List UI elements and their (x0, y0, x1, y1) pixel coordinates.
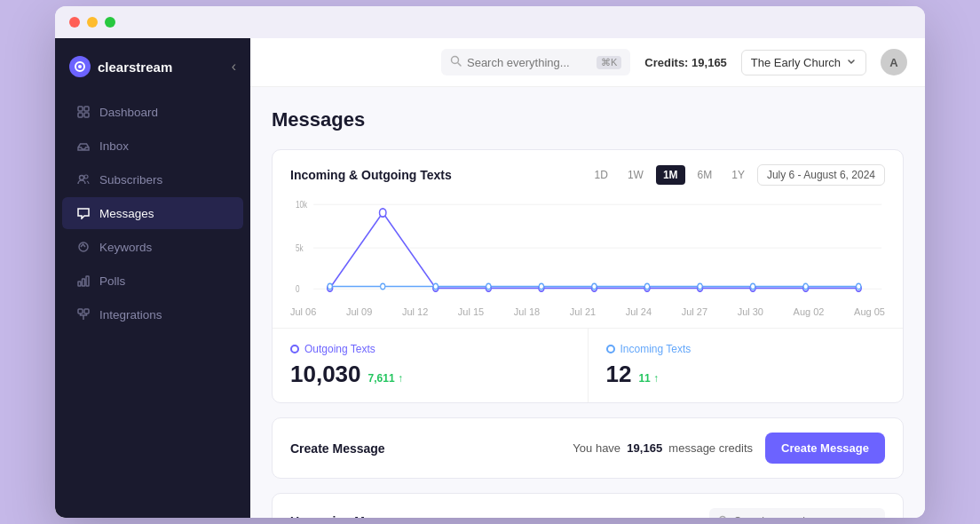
sidebar-item-keywords[interactable]: Keywords (62, 231, 243, 263)
outgoing-dot (290, 345, 299, 353)
svg-point-37 (592, 283, 597, 289)
main-area: ⌘K Credits: 19,165 The Early Church A (250, 38, 925, 518)
svg-rect-3 (84, 107, 89, 111)
chart-area: 10k 5k 0 (273, 196, 903, 328)
outgoing-change: 7,611 ↑ (368, 372, 403, 385)
x-label-jul18: Jul 18 (514, 306, 540, 317)
app-container: clearstream ‹ Dashboard (55, 38, 925, 518)
logo: clearstream (69, 56, 172, 77)
svg-rect-4 (78, 113, 83, 117)
svg-point-40 (751, 283, 755, 289)
chart-x-labels: Jul 06 Jul 09 Jul 12 Jul 15 Jul 18 Jul 2… (290, 306, 885, 317)
dashboard-label: Dashboard (99, 106, 158, 119)
incoming-value: 12 11 ↑ (606, 361, 886, 388)
time-btn-1w[interactable]: 1W (620, 165, 651, 185)
page-title: Messages (272, 108, 904, 131)
global-search-box[interactable]: ⌘K (441, 49, 630, 75)
x-label-jul06: Jul 06 (290, 306, 316, 317)
time-btn-1m[interactable]: 1M (656, 165, 685, 185)
sidebar-header: clearstream ‹ (55, 38, 250, 95)
svg-rect-9 (78, 282, 81, 286)
sidebar: clearstream ‹ Dashboard (55, 38, 250, 518)
maximize-button[interactable] (105, 17, 115, 28)
keywords-label: Keywords (99, 241, 152, 254)
time-btn-6m[interactable]: 6M (691, 165, 720, 185)
svg-text:10k: 10k (296, 200, 308, 210)
keywords-icon (76, 240, 91, 254)
svg-point-43 (720, 517, 726, 519)
sidebar-item-messages[interactable]: Messages (62, 197, 243, 229)
x-label-jul24: Jul 24 (626, 306, 652, 317)
create-message-right: You have 19,165 message credits Create M… (573, 433, 885, 464)
titlebar (55, 6, 925, 38)
svg-point-14 (451, 57, 458, 64)
integrations-label: Integrations (99, 308, 162, 322)
avatar[interactable]: A (881, 49, 907, 75)
svg-point-42 (857, 283, 861, 289)
search-input[interactable] (467, 56, 591, 69)
outgoing-stat: Outgoing Texts 10,030 7,611 ↑ (273, 329, 589, 402)
minimize-button[interactable] (87, 17, 98, 28)
upcoming-header: Upcoming Messages (273, 494, 903, 518)
subscribers-icon (76, 172, 91, 187)
chart-svg: 10k 5k 0 (290, 196, 885, 303)
inbox-label: Inbox (99, 139, 129, 153)
time-btn-1y[interactable]: 1Y (724, 165, 752, 185)
svg-text:5k: 5k (296, 243, 304, 253)
close-button[interactable] (69, 17, 80, 28)
svg-point-1 (78, 65, 82, 68)
inbox-icon (76, 139, 91, 153)
time-btn-1d[interactable]: 1D (588, 165, 615, 185)
chevron-down-icon (846, 56, 857, 69)
sidebar-collapse-button[interactable]: ‹ (232, 59, 236, 75)
svg-point-39 (698, 283, 702, 289)
svg-point-34 (433, 283, 438, 289)
svg-rect-2 (78, 107, 83, 111)
x-label-jul15: Jul 15 (458, 306, 484, 317)
svg-point-7 (84, 175, 88, 179)
time-controls: 1D 1W 1M 6M 1Y July 6 - August 6, 2024 (588, 164, 885, 186)
upcoming-search-input[interactable] (734, 515, 876, 518)
svg-point-36 (539, 283, 543, 289)
create-message-card: Create Message You have 19,165 message c… (272, 417, 904, 479)
svg-rect-13 (84, 309, 89, 314)
upcoming-search-box[interactable] (709, 508, 885, 518)
svg-point-6 (80, 176, 84, 180)
svg-rect-5 (84, 113, 89, 117)
logo-icon (69, 56, 91, 77)
x-label-jul12: Jul 12 (402, 306, 428, 317)
sidebar-item-polls[interactable]: Polls (62, 265, 243, 297)
upcoming-card: Upcoming Messages Sched (272, 493, 904, 518)
incoming-dot (606, 345, 615, 353)
x-label-jul21: Jul 21 (570, 306, 596, 317)
date-range: July 6 - August 6, 2024 (757, 164, 885, 186)
incoming-label: Incoming Texts (606, 343, 886, 355)
create-message-button[interactable]: Create Message (765, 433, 885, 464)
x-label-jul30: Jul 30 (738, 306, 763, 317)
sidebar-item-subscribers[interactable]: Subscribers (62, 163, 243, 195)
content-area: Messages Incoming & Outgoing Texts 1D 1W… (250, 87, 925, 518)
messages-icon (76, 206, 91, 220)
org-name: The Early Church (751, 56, 841, 69)
search-icon (450, 54, 462, 70)
svg-point-32 (328, 283, 332, 289)
org-selector[interactable]: The Early Church (741, 50, 866, 75)
svg-point-41 (803, 283, 808, 289)
chart-card: Incoming & Outgoing Texts 1D 1W 1M 6M 1Y… (272, 149, 904, 403)
sidebar-item-integrations[interactable]: Integrations (62, 298, 243, 330)
app-window: clearstream ‹ Dashboard (55, 6, 925, 518)
x-label-jul09: Jul 09 (346, 306, 372, 317)
incoming-stat: Incoming Texts 12 11 ↑ (589, 329, 904, 402)
logo-text: clearstream (98, 60, 172, 75)
sidebar-item-inbox[interactable]: Inbox (62, 130, 243, 162)
incoming-change: 11 ↑ (638, 372, 659, 385)
svg-point-22 (380, 209, 386, 217)
svg-point-38 (644, 283, 649, 289)
topbar: ⌘K Credits: 19,165 The Early Church A (250, 38, 925, 87)
svg-rect-10 (83, 279, 85, 286)
svg-rect-11 (86, 276, 89, 286)
dashboard-icon (76, 105, 91, 119)
x-label-jul27: Jul 27 (682, 306, 707, 317)
sidebar-item-dashboard[interactable]: Dashboard (62, 96, 243, 128)
credits-info: You have 19,165 message credits (573, 441, 753, 455)
